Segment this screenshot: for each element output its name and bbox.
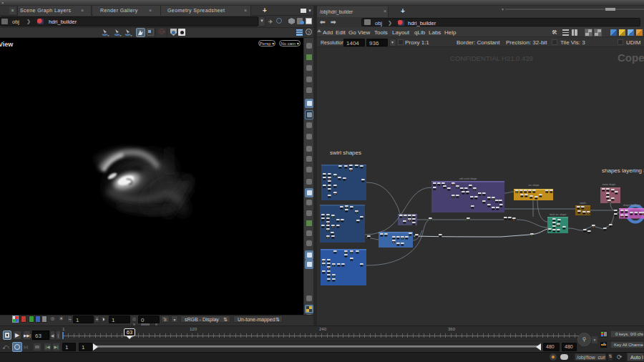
svg-text:noise shape: noise shape	[602, 183, 615, 186]
svg-text:stack arc shape: stack arc shape	[550, 213, 567, 216]
svg-text:shapes layering and: shapes layering and	[602, 167, 644, 174]
svg-text:arc shape: arc shape	[529, 184, 540, 187]
svg-text:Copernicus: Copernicus	[618, 52, 644, 64]
svg-text:shape blend mix: shape blend mix	[623, 204, 641, 207]
svg-text:CONFIDENTIAL H21.0.439: CONFIDENTIAL H21.0.439	[450, 54, 533, 62]
svg-text:swirls: swirls	[580, 202, 586, 205]
svg-text:soft circle shape: soft circle shape	[459, 177, 477, 180]
svg-text:swirl shapes: swirl shapes	[330, 150, 361, 156]
